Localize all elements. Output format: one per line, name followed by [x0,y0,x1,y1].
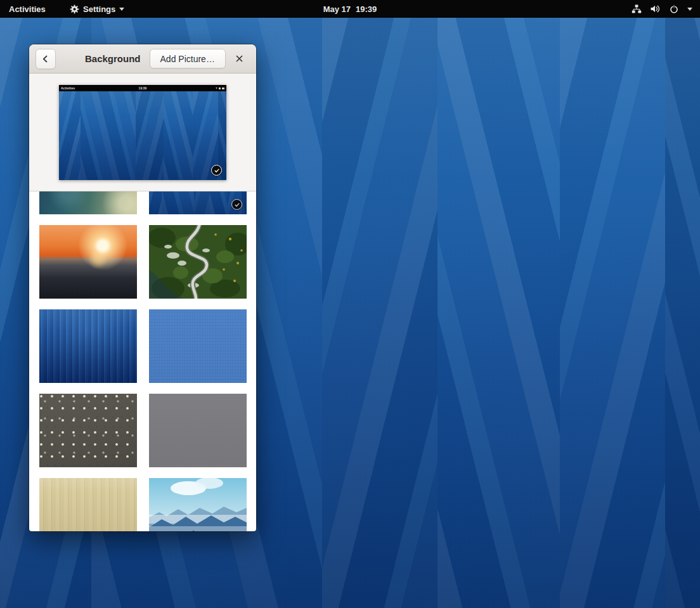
current-background-preview[interactable]: Activities 19:39 [59,85,226,180]
close-button[interactable] [231,51,247,67]
headerbar: Background Add Picture… [29,44,256,74]
battery-icon [222,87,224,89]
wallpaper-thumbnail-misty-mountains[interactable] [149,478,247,531]
check-icon [214,167,220,174]
top-bar: Activities Settings May 1 [0,0,700,18]
add-picture-button[interactable]: Add Picture… [150,49,226,68]
wallpaper-thumbnail-blue-geometric-selected[interactable] [149,191,247,214]
wifi-icon [216,87,217,89]
wallpaper-thumbnail-plain-gray[interactable] [149,394,247,467]
preview-clock: 19:39 [139,86,147,90]
app-menu-settings[interactable]: Settings [66,0,128,18]
check-icon [234,202,240,208]
activities-label: Activities [9,4,46,14]
gear-icon [70,4,79,14]
wallpaper-thumbnail-teal-water[interactable] [39,191,137,214]
power-icon [669,4,679,14]
activities-button[interactable]: Activities [0,0,55,18]
close-icon [235,55,243,63]
wallpaper-thumbnail-dark-blue-stripes[interactable] [39,309,137,383]
app-menu-label: Settings [83,4,115,14]
wallpaper-thumbnail-ocean-sunset[interactable] [39,225,137,299]
clock-time: 19:39 [356,4,377,14]
wallpaper-thumbnail-forest-aerial-road[interactable] [149,225,247,299]
volume-icon [650,4,661,14]
selected-check-badge [211,165,222,176]
clock-button[interactable]: May 17 19:39 [323,0,377,18]
network-wired-icon [632,4,642,14]
preview-top-bar: Activities 19:39 [59,85,226,91]
volume-icon [219,87,221,89]
chevron-left-icon [41,54,51,64]
preview-status-icons [216,87,224,89]
page-title: Background [85,53,141,64]
system-status-area[interactable] [629,0,695,18]
wallpaper-thumbnail-gray-sequins[interactable] [39,394,137,467]
settings-window-background: Background Add Picture… Activities 19:39 [29,44,256,531]
wallpaper-thumbnail-blue-textured[interactable] [149,309,247,383]
preview-activities-label: Activities [61,86,75,90]
clock-date: May 17 [323,4,351,14]
caret-down-icon [687,8,692,11]
caret-down-icon [119,8,124,11]
current-background-section: Activities 19:39 [29,74,256,191]
selected-check-badge [231,199,242,210]
back-button[interactable] [36,49,56,69]
wallpaper-gallery[interactable] [29,191,256,531]
wallpaper-grid [39,191,247,531]
preview-wallpaper [59,91,226,180]
wallpaper-thumbnail-beige-stripes[interactable] [39,478,137,531]
